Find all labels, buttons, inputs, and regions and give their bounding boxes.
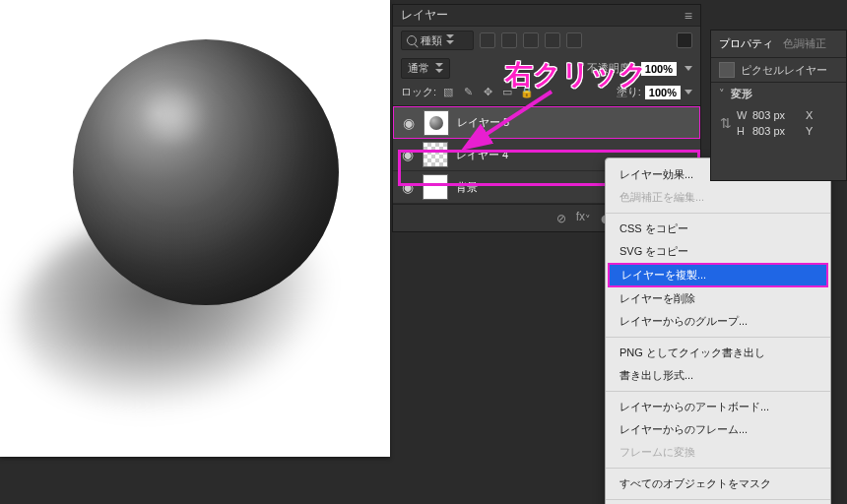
visibility-eye-icon[interactable]: ◉ [402, 115, 416, 131]
lock-transparency-icon[interactable]: ▧ [440, 86, 456, 99]
menu-item-quick-export-png[interactable]: PNG としてクイック書き出し [606, 342, 830, 364]
filter-type-icon[interactable] [523, 32, 539, 48]
filter-adjust-icon[interactable] [501, 32, 517, 48]
visibility-eye-icon[interactable]: ◉ [401, 147, 415, 162]
menu-separator [606, 391, 830, 392]
width-label: W [737, 109, 749, 121]
layer-row[interactable]: ◉ レイヤー 5 [393, 106, 700, 139]
lock-all-icon[interactable]: 🔒 [519, 86, 535, 99]
menu-item-frame-from-layers[interactable]: レイヤーからのフレーム... [606, 418, 830, 441]
height-value[interactable]: 803 px [752, 125, 802, 137]
fx-icon[interactable]: fx˅ [576, 210, 591, 226]
menu-item-copy-svg[interactable]: SVG をコピー [606, 240, 830, 263]
menu-separator [606, 468, 830, 469]
menu-item-artboard-from-layers[interactable]: レイヤーからのアートボード... [606, 396, 830, 418]
layer-context-menu: レイヤー効果... 色調補正を編集... CSS をコピー SVG をコピー レ… [605, 158, 831, 504]
fill-label: 塗り: [617, 85, 641, 99]
search-icon [407, 35, 417, 45]
menu-item-mask-all[interactable]: すべてのオブジェクトをマスク [606, 472, 830, 495]
filter-pixel-icon[interactable] [480, 32, 495, 48]
menu-separator [606, 499, 830, 500]
layer-kind-icon [719, 62, 735, 78]
menu-item-delete-layer[interactable]: レイヤーを削除 [606, 287, 830, 310]
menu-item-convert-to-frame: フレームに変換 [606, 441, 830, 464]
panel-menu-icon[interactable]: ≡ [684, 8, 692, 24]
filter-smart-icon[interactable] [566, 32, 582, 48]
lock-label: ロック: [401, 85, 436, 99]
layers-panel-header[interactable]: レイヤー ≡ [393, 5, 700, 27]
opacity-value[interactable]: 100% [641, 62, 677, 76]
menu-item-edit-adjustment: 色調補正を編集... [606, 186, 830, 209]
layer-name: レイヤー 4 [456, 148, 508, 162]
artboard [0, 0, 390, 457]
tab-properties[interactable]: プロパティ [719, 36, 773, 51]
menu-separator [606, 213, 830, 214]
chevron-down-icon[interactable] [684, 90, 692, 94]
menu-item-duplicate-layer[interactable]: レイヤーを複製... [608, 263, 828, 287]
link-wh-icon[interactable]: ⇅ [719, 115, 733, 131]
properties-panel: プロパティ 色調補正 ピクセルレイヤー ˅ 変形 ⇅ W 803 px X H … [710, 30, 847, 181]
layer-thumbnail[interactable] [423, 142, 448, 167]
link-layers-icon[interactable]: ⊘ [556, 212, 566, 225]
width-value[interactable]: 803 px [752, 109, 802, 121]
layer-name: 背景 [456, 180, 478, 195]
chevron-down-icon[interactable] [684, 66, 692, 71]
blend-mode-value: 通常 [408, 61, 429, 76]
filter-shape-icon[interactable] [545, 32, 560, 48]
y-axis-label: Y [806, 125, 819, 137]
height-label: H [737, 125, 749, 137]
lock-position-icon[interactable]: ✥ [480, 86, 495, 99]
sphere-artwork [73, 39, 339, 305]
layer-thumbnail[interactable] [423, 174, 448, 200]
layers-panel-title: レイヤー [401, 7, 448, 24]
menu-item-group-from-layers[interactable]: レイヤーからのグループ... [606, 310, 830, 333]
layer-kind-label: ピクセルレイヤー [741, 63, 827, 78]
collapse-chevron-icon[interactable]: ˅ [719, 88, 725, 100]
transform-section-label: 変形 [731, 87, 752, 101]
x-axis-label: X [806, 109, 819, 121]
opacity-label: 不透明度: [587, 61, 633, 76]
visibility-eye-icon[interactable]: ◉ [401, 179, 415, 195]
filter-toggle-icon[interactable] [677, 32, 692, 48]
lock-image-icon[interactable]: ✎ [460, 86, 476, 99]
layer-filter-type[interactable]: 種類 [401, 31, 474, 50]
chevron-dropdown-icon [446, 34, 454, 46]
lock-artboard-icon[interactable]: ▭ [499, 86, 515, 99]
tab-adjustments[interactable]: 色調補正 [783, 36, 826, 51]
blend-mode-select[interactable]: 通常 [401, 58, 450, 79]
fill-value[interactable]: 100% [645, 86, 681, 99]
layer-name: レイヤー 5 [457, 115, 509, 130]
chevron-down-icon [435, 63, 443, 75]
layer-thumbnail[interactable] [424, 110, 449, 136]
menu-item-copy-css[interactable]: CSS をコピー [606, 218, 830, 240]
menu-item-export-as[interactable]: 書き出し形式... [606, 364, 830, 387]
layer-filter-label: 種類 [421, 33, 442, 48]
menu-separator [606, 337, 830, 338]
